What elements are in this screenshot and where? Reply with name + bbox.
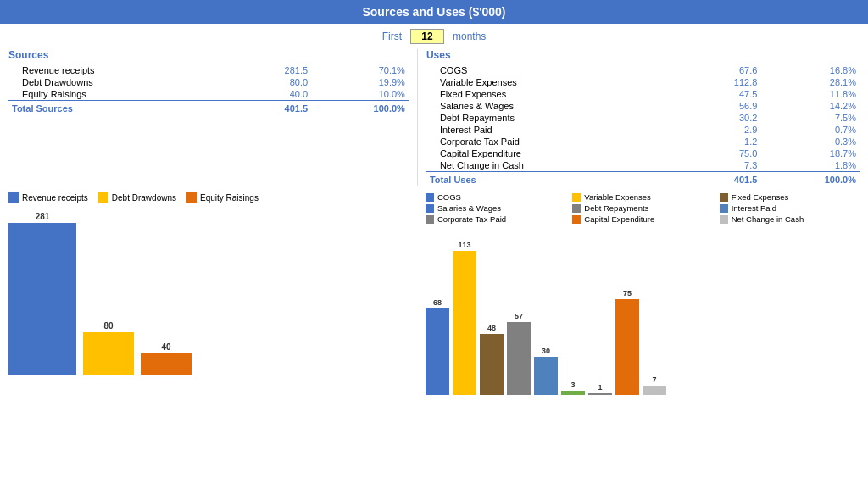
uses-item-pct: 0.7% xyxy=(760,124,860,136)
uses-total-value: 401.5 xyxy=(662,172,761,186)
uses-row: Salaries & Wages 56.9 14.2% xyxy=(426,100,860,112)
bar-value-label: 40 xyxy=(161,342,170,352)
right-bar-group: 75 xyxy=(615,289,639,395)
left-chart-legend: Revenue receiptsDebt DrawdownsEquity Rai… xyxy=(8,192,409,203)
uses-total-pct: 100.0% xyxy=(760,172,860,186)
bar-rect xyxy=(561,391,585,395)
uses-item-value: 1.2 xyxy=(662,136,761,147)
uses-item-value: 30.2 xyxy=(662,112,761,124)
uses-item-value: 2.9 xyxy=(662,124,761,136)
bar-rect xyxy=(426,308,449,395)
right-chart-panel: COGSVariable ExpensesFixed ExpensesSalar… xyxy=(417,192,860,423)
left-legend-item: Debt Drawdowns xyxy=(98,192,176,203)
months-input[interactable]: 12 xyxy=(410,29,444,44)
uses-total-row: Total Uses 401.5 100.0% xyxy=(426,172,860,186)
bar-rect xyxy=(141,353,192,375)
uses-row: Fixed Expenses 47.5 11.8% xyxy=(426,88,860,100)
right-bar-group: 113 xyxy=(453,241,476,395)
sources-total-row: Total Sources 401.5 100.0% xyxy=(8,101,409,115)
right-legend-item: Capital Expenditure xyxy=(572,214,712,224)
sources-item-label: Equity Raisings xyxy=(8,88,214,101)
uses-item-label: Corporate Tax Paid xyxy=(426,136,662,147)
right-legend-item: Fixed Expenses xyxy=(720,192,860,202)
uses-table: COGS 67.6 16.8% Variable Expenses 112.8 … xyxy=(426,64,860,186)
uses-row: Interest Paid 2.9 0.7% xyxy=(426,124,860,136)
sources-row: Equity Raisings 40.0 10.0% xyxy=(8,88,409,101)
bar-value-label: 7 xyxy=(652,375,656,384)
bar-value-label: 113 xyxy=(458,241,470,249)
months-selector-row: First 12 months xyxy=(0,24,868,49)
uses-item-value: 7.3 xyxy=(662,159,761,172)
bar-value-label: 75 xyxy=(623,289,632,297)
sources-item-pct: 70.1% xyxy=(311,64,409,76)
sources-item-value: 40.0 xyxy=(214,88,311,101)
uses-item-pct: 1.8% xyxy=(760,159,860,172)
right-bar-group: 7 xyxy=(643,375,666,395)
uses-row: Net Change in Cash 7.3 1.8% xyxy=(426,159,860,172)
sources-row: Debt Drawdowns 80.0 19.9% xyxy=(8,76,409,88)
sources-item-pct: 19.9% xyxy=(311,76,409,88)
left-bar-group: 40 xyxy=(141,342,192,375)
sources-item-value: 281.5 xyxy=(214,64,311,76)
uses-item-label: Net Change in Cash xyxy=(426,159,662,172)
right-bar-group: 48 xyxy=(480,324,504,395)
uses-title: Uses xyxy=(426,49,860,61)
sources-total-label: Total Sources xyxy=(8,101,214,115)
left-bar-chart: 281 80 40 xyxy=(8,208,409,377)
sources-item-value: 80.0 xyxy=(214,76,311,88)
bar-value-label: 57 xyxy=(515,312,523,320)
right-legend-item: Salaries & Wages xyxy=(426,203,565,213)
uses-row: Variable Expenses 112.8 28.1% xyxy=(426,76,860,88)
uses-item-pct: 14.2% xyxy=(760,100,860,112)
uses-item-value: 112.8 xyxy=(662,76,761,88)
uses-item-value: 56.9 xyxy=(662,100,761,112)
sources-title: Sources xyxy=(8,49,409,61)
first-label: First xyxy=(382,31,402,42)
bar-value-label: 48 xyxy=(487,324,496,332)
sources-total-pct: 100.0% xyxy=(311,101,409,115)
sources-row: Revenue receipts 281.5 70.1% xyxy=(8,64,409,76)
left-bar-group: 80 xyxy=(83,321,134,375)
bar-rect xyxy=(83,332,134,375)
right-legend-item: Interest Paid xyxy=(720,203,860,213)
bar-value-label: 3 xyxy=(570,381,575,389)
right-bar-group: 3 xyxy=(561,381,585,395)
right-chart-legend: COGSVariable ExpensesFixed ExpensesSalar… xyxy=(426,192,860,224)
main-data-section: Sources Revenue receipts 281.5 70.1% Deb… xyxy=(0,49,868,186)
sources-item-pct: 10.0% xyxy=(311,88,409,101)
charts-area: Revenue receiptsDebt DrawdownsEquity Rai… xyxy=(0,186,868,423)
right-bar-group: 68 xyxy=(426,298,449,395)
uses-row: Corporate Tax Paid 1.2 0.3% xyxy=(426,136,860,147)
uses-item-pct: 0.3% xyxy=(760,136,860,147)
left-legend-item: Revenue receipts xyxy=(8,192,88,203)
uses-item-value: 47.5 xyxy=(662,88,761,100)
sources-item-label: Debt Drawdowns xyxy=(8,76,214,88)
uses-item-pct: 16.8% xyxy=(760,64,860,76)
page-title: Sources and Uses ($'000) xyxy=(0,0,868,24)
sources-item-label: Revenue receipts xyxy=(8,64,214,76)
bar-value-label: 68 xyxy=(433,298,442,307)
uses-panel: Uses COGS 67.6 16.8% Variable Expenses 1… xyxy=(417,49,860,186)
uses-item-label: COGS xyxy=(426,64,662,76)
uses-item-value: 67.6 xyxy=(662,64,761,76)
sources-total-value: 401.5 xyxy=(214,101,311,115)
uses-item-pct: 28.1% xyxy=(760,76,860,88)
right-legend-item: Corporate Tax Paid xyxy=(426,214,565,224)
right-bar-group: 57 xyxy=(507,312,531,395)
bar-rect xyxy=(453,251,476,395)
right-legend-item: Debt Repayments xyxy=(572,203,712,213)
bar-rect xyxy=(588,393,612,395)
uses-item-pct: 7.5% xyxy=(760,112,860,124)
uses-row: COGS 67.6 16.8% xyxy=(426,64,860,76)
sources-panel: Sources Revenue receipts 281.5 70.1% Deb… xyxy=(8,49,417,186)
bar-value-label: 1 xyxy=(598,383,602,392)
bar-value-label: 281 xyxy=(36,212,50,221)
left-bar-group: 281 xyxy=(8,212,76,375)
months-label: months xyxy=(453,31,486,42)
uses-row: Capital Expenditure 75.0 18.7% xyxy=(426,147,860,159)
bar-rect xyxy=(480,334,504,395)
left-legend-item: Equity Raisings xyxy=(186,192,259,203)
bar-rect xyxy=(615,299,639,395)
bar-rect xyxy=(534,357,558,395)
right-bar-chart: 68 113 48 57 30 3 1 75 7 xyxy=(426,227,860,397)
